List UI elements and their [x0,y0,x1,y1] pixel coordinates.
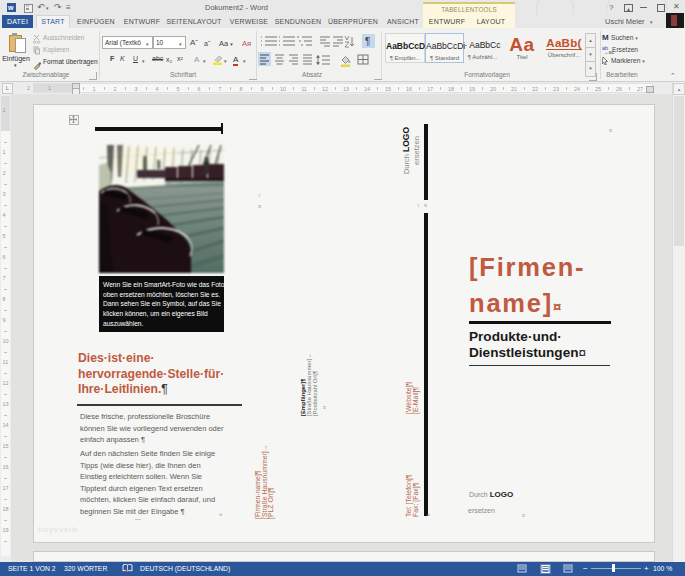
svg-text:¶: ¶ [365,36,370,47]
